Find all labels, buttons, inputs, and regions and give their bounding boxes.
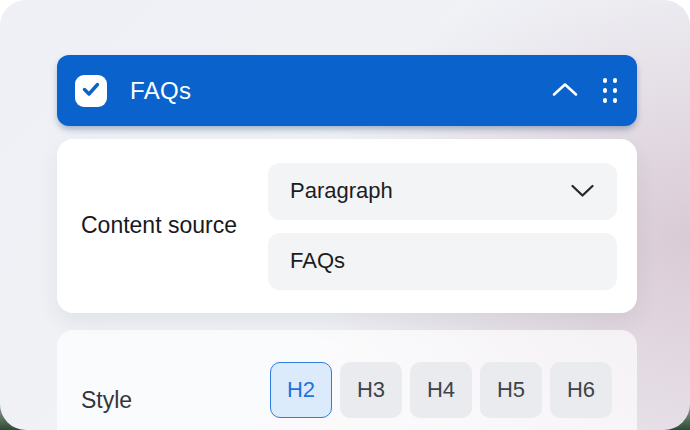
content-type-select-value: Paragraph [290,178,393,204]
content-source-section: Content source Paragraph FAQs [57,139,637,313]
style-option-h4[interactable]: H4 [410,362,472,418]
drag-handle[interactable] [603,78,618,103]
panel-background: FAQs Content source Paragraph [0,0,690,430]
style-option-h5[interactable]: H5 [480,362,542,418]
content-source-controls: Paragraph FAQs [268,163,617,290]
faqs-block-header[interactable]: FAQs [57,55,637,126]
content-source-input[interactable]: FAQs [268,233,617,290]
block-title: FAQs [130,77,191,105]
block-enabled-checkbox[interactable] [75,75,107,107]
collapse-button[interactable] [551,81,579,101]
style-option-h2[interactable]: H2 [270,362,332,418]
chevron-down-icon [570,178,595,204]
content-type-select[interactable]: Paragraph [268,163,617,220]
checkmark-icon [80,78,102,104]
style-section: Style H2 H3 H4 H5 H6 [57,330,637,430]
chevron-up-icon [551,81,579,101]
content-source-label: Content source [81,207,268,244]
content-source-input-value: FAQs [290,248,345,274]
style-option-h6[interactable]: H6 [550,362,612,418]
heading-style-options: H2 H3 H4 H5 H6 [270,362,612,418]
drag-handle-dots-icon [603,78,618,103]
style-label: Style [81,382,270,419]
style-option-h3[interactable]: H3 [340,362,402,418]
